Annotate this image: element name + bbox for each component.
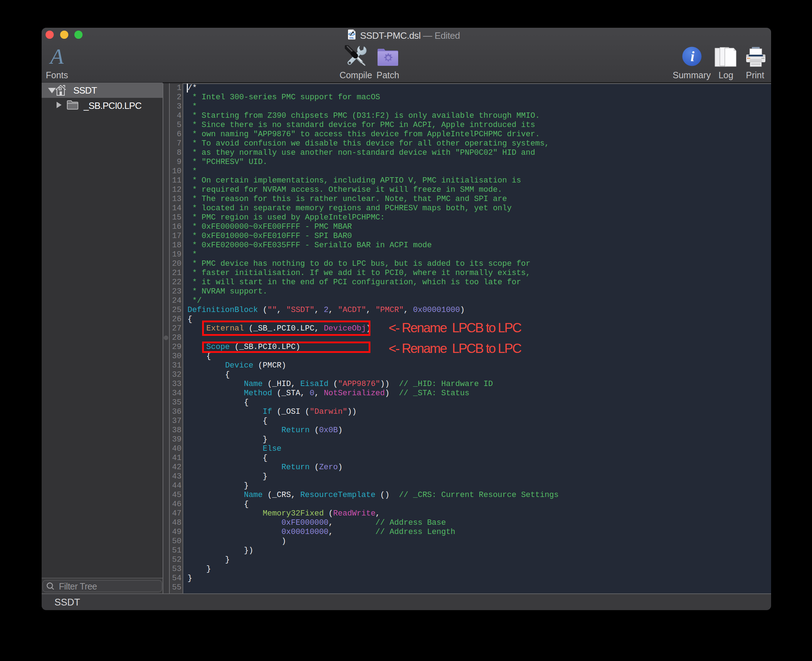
- svg-text:DSL: DSL: [349, 37, 354, 39]
- svg-text:i: i: [690, 48, 694, 64]
